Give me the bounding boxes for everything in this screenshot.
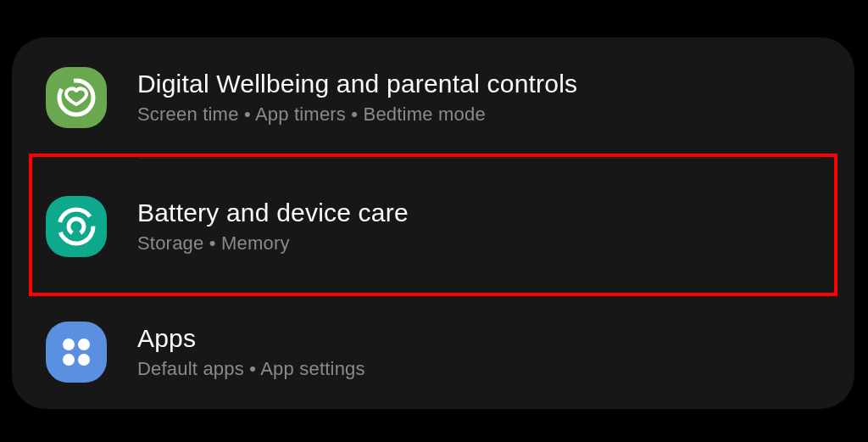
settings-item-title: Apps [137,324,365,353]
svg-rect-5 [46,322,107,383]
settings-item-title: Digital Wellbeing and parental controls [137,70,577,98]
settings-item-apps[interactable]: Apps Default apps • App settings [12,314,854,390]
wellbeing-icon [46,67,107,128]
settings-panel: Digital Wellbeing and parental controls … [12,37,854,409]
divider [139,158,821,159]
settings-item-device-care[interactable]: Battery and device care Storage • Memory [12,188,854,265]
device-care-icon [46,196,107,257]
svg-rect-0 [46,67,107,128]
svg-point-9 [78,354,90,366]
settings-item-title: Battery and device care [137,199,409,227]
settings-item-subtitle: Storage • Memory [137,232,409,255]
settings-item-wellbeing[interactable]: Digital Wellbeing and parental controls … [12,59,854,136]
svg-point-8 [63,354,75,366]
settings-item-subtitle: Screen time • App timers • Bedtime mode [137,104,577,126]
svg-point-6 [63,338,75,350]
svg-rect-2 [46,196,107,257]
svg-point-7 [78,338,90,350]
settings-item-subtitle: Default apps • App settings [137,358,365,380]
apps-icon [46,322,107,383]
